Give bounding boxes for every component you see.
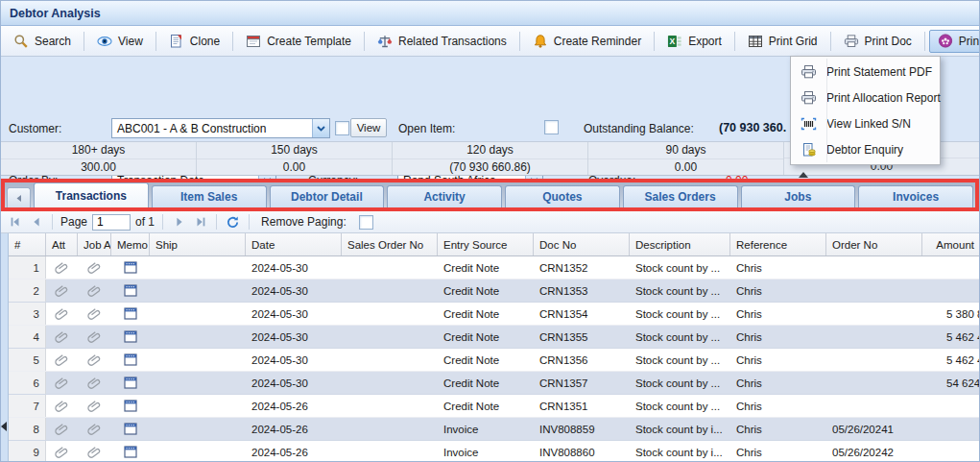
column-header-reference[interactable]: Reference <box>730 233 826 255</box>
menu-item-print-allocation-report[interactable]: Print Allocation Report <box>791 85 940 110</box>
column-header-ship[interactable]: Ship <box>150 233 246 255</box>
aging-bucket-0: 180+ days300.00 <box>1 142 197 175</box>
cell-job[interactable] <box>78 303 111 325</box>
last-page-icon[interactable] <box>192 214 208 230</box>
refresh-icon[interactable] <box>225 214 241 230</box>
cell-description: Stock count by ... <box>630 326 730 348</box>
cell-job[interactable] <box>78 280 111 302</box>
cell-att[interactable] <box>46 303 78 325</box>
column-header-memo[interactable]: Memo <box>111 233 150 255</box>
cell-memo[interactable] <box>111 280 150 302</box>
customer-select[interactable]: ABC001 - A & B Construction <box>111 118 330 138</box>
tab-sales-orders[interactable]: Sales Orders <box>623 185 738 207</box>
chevron-down-icon[interactable] <box>312 119 329 137</box>
table-row[interactable]: 32024-05-30Credit NoteCRN1354Stock count… <box>9 303 979 326</box>
toolbar-create-template-button[interactable]: Create Template <box>237 30 360 53</box>
cell-att[interactable] <box>46 418 78 440</box>
cell-entry_source: Credit Note <box>438 326 534 348</box>
table-row[interactable]: 82024-05-26InvoiceINV808859Stock count b… <box>9 418 979 441</box>
tab-scroll-left-button[interactable] <box>7 187 31 207</box>
cell-job[interactable] <box>78 349 111 371</box>
paperclip-icon <box>87 445 103 460</box>
cell-memo[interactable] <box>111 372 150 394</box>
cell-att[interactable] <box>46 441 78 462</box>
cell-job[interactable] <box>78 256 111 279</box>
column-header-att[interactable]: Att <box>46 233 78 255</box>
toolbar-related-transactions-button[interactable]: Related Transactions <box>369 30 515 53</box>
cell-memo[interactable] <box>111 395 150 417</box>
table-row[interactable]: 62024-05-30Credit NoteCRN1357Stock count… <box>9 372 979 395</box>
cell-job[interactable] <box>78 418 111 440</box>
cell-job[interactable] <box>78 326 111 348</box>
remove-paging-checkbox[interactable] <box>359 215 373 230</box>
cell-att[interactable] <box>46 326 78 348</box>
page-input[interactable] <box>92 214 131 231</box>
tab-invoices[interactable]: Invoices <box>858 185 973 207</box>
menu-item-print-statement-pdf[interactable]: Print Statement PDF <box>791 59 940 85</box>
toolbar-search-button[interactable]: Search <box>5 30 80 53</box>
table-row[interactable]: 42024-05-30Credit NoteCRN1355Stock count… <box>9 326 979 349</box>
tab-activity[interactable]: Activity <box>387 185 502 207</box>
table-row[interactable]: 22024-05-30Credit NoteCRN1353Stock count… <box>9 280 979 303</box>
cell-sales_order_no <box>342 303 438 325</box>
scales-icon <box>377 34 393 49</box>
column-header-order_no[interactable]: Order No <box>826 233 922 255</box>
column-header-entry_source[interactable]: Entry Source <box>438 233 534 255</box>
cell-job[interactable] <box>78 441 111 462</box>
toolbar-clone-button[interactable]: Clone <box>160 30 228 53</box>
table-row[interactable]: 72024-05-26Credit NoteCRN1351Stock count… <box>9 395 979 418</box>
cell-ship <box>150 349 246 371</box>
toolbar-view-button[interactable]: View <box>88 30 152 53</box>
menu-item-label: View Linked S/N <box>826 117 911 131</box>
column-header-sales_order_no[interactable]: Sales Order No <box>342 233 438 255</box>
cell-att[interactable] <box>46 256 78 279</box>
cell-ship <box>150 372 246 394</box>
table-row[interactable]: 52024-05-30Credit NoteCRN1356Stock count… <box>9 349 979 372</box>
tab-jobs[interactable]: Jobs <box>741 185 856 207</box>
paperclip-icon <box>55 283 70 299</box>
column-header-amount[interactable]: Amount <box>922 233 980 255</box>
cell-memo[interactable] <box>111 418 150 440</box>
tab-transactions[interactable]: Transactions <box>34 182 149 207</box>
tab-quotes[interactable]: Quotes <box>505 185 620 207</box>
next-page-icon[interactable] <box>171 214 187 230</box>
toolbar-create-reminder-button[interactable]: Create Reminder <box>524 30 650 53</box>
tab-item-sales[interactable]: Item Sales <box>152 185 267 207</box>
toolbar-print-grid-button[interactable]: Print Grid <box>739 30 826 53</box>
cell-doc_no: CRN1356 <box>534 349 630 371</box>
column-header-description[interactable]: Description <box>630 233 730 255</box>
toolbar-print-doc-button[interactable]: Print Doc <box>835 30 920 53</box>
cell-att[interactable] <box>46 280 78 302</box>
cell-sales_order_no <box>342 395 438 417</box>
open-item-checkbox[interactable] <box>544 120 559 134</box>
toolbar-print-button[interactable]: Print▼ <box>929 30 980 53</box>
cell-job[interactable] <box>78 395 111 417</box>
cell-memo[interactable] <box>111 303 150 325</box>
table-row[interactable]: 12024-05-30Credit NoteCRN1352Stock count… <box>9 256 979 280</box>
splitter-collapse-arrow[interactable] <box>799 172 808 178</box>
menu-item-debtor-enquiry[interactable]: Debtor Enquiry <box>791 136 940 162</box>
cell-job[interactable] <box>78 372 111 394</box>
menu-item-view-linked-s-n[interactable]: View Linked S/N <box>791 110 940 136</box>
paperclip-icon <box>87 260 103 276</box>
cell-memo[interactable] <box>111 256 150 279</box>
cell-memo[interactable] <box>111 326 150 348</box>
toolbar-export-button[interactable]: XExport <box>658 30 730 53</box>
cell-memo[interactable] <box>111 441 150 462</box>
cell-att[interactable] <box>46 349 78 371</box>
cell-att[interactable] <box>46 372 78 394</box>
cell-date: 2024-05-30 <box>246 303 342 325</box>
view-button[interactable]: View <box>350 118 387 137</box>
first-page-icon[interactable] <box>7 214 23 230</box>
cell-memo[interactable] <box>111 349 150 371</box>
column-header-doc_no[interactable]: Doc No <box>534 233 630 255</box>
cell-att[interactable] <box>46 395 78 417</box>
column-header-num[interactable]: # <box>9 233 46 255</box>
table-row[interactable]: 92024-05-26InvoiceINV808860Stock count b… <box>9 441 979 462</box>
column-header-job[interactable]: Job Al <box>78 233 111 255</box>
prev-page-icon[interactable] <box>28 214 44 230</box>
column-header-date[interactable]: Date <box>246 233 342 255</box>
tab-debtor-detail[interactable]: Debtor Detail <box>270 185 385 207</box>
customer-view-checkbox[interactable] <box>335 121 349 135</box>
cell-reference: Chris <box>730 395 826 417</box>
